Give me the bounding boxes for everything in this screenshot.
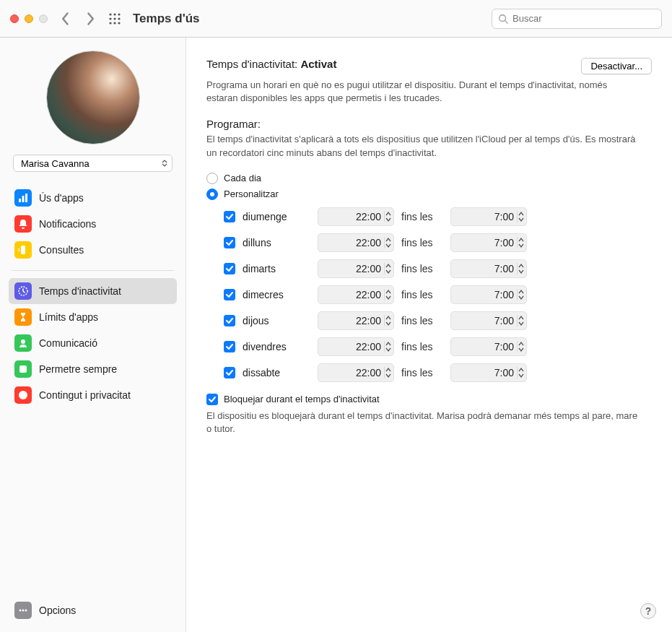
time-from-value: 22:00 bbox=[324, 289, 384, 300]
day-row: dissabte22:00fins les7:00 bbox=[224, 363, 652, 382]
day-checkbox[interactable] bbox=[224, 211, 235, 222]
sidebar-item[interactable]: Contingut i privacitat bbox=[9, 382, 177, 408]
day-label: dissabte bbox=[243, 367, 310, 378]
time-to-field[interactable]: 7:00 bbox=[450, 337, 527, 356]
time-from-field[interactable]: 22:00 bbox=[318, 233, 394, 252]
main-content: Temps d'inactivitat: Activat Desactivar.… bbox=[186, 38, 672, 632]
sidebar-item[interactable]: Límits d'apps bbox=[9, 304, 177, 330]
close-window-button[interactable] bbox=[10, 14, 19, 23]
time-separator: fins les bbox=[401, 237, 443, 248]
stepper[interactable] bbox=[384, 367, 392, 378]
day-row: dimarts22:00fins les7:00 bbox=[224, 259, 652, 278]
forward-button[interactable] bbox=[85, 12, 95, 26]
day-checkbox[interactable] bbox=[224, 341, 235, 352]
stepper[interactable] bbox=[384, 211, 392, 222]
stepper[interactable] bbox=[517, 315, 525, 326]
time-from-value: 22:00 bbox=[324, 211, 384, 222]
sidebar-item-label: Consultes bbox=[39, 244, 84, 256]
search-field[interactable] bbox=[492, 9, 662, 29]
block-checkbox[interactable] bbox=[206, 394, 218, 405]
schedule-description: El temps d'inactivitat s'aplicarà a tots… bbox=[206, 133, 640, 159]
time-to-value: 7:00 bbox=[457, 315, 517, 326]
sidebar-item[interactable]: Ús d'apps bbox=[9, 185, 177, 211]
sidebar-item[interactable]: Notificacions bbox=[9, 211, 177, 237]
sidebar-item[interactable]: Temps d'inactivitat bbox=[9, 278, 177, 304]
time-from-value: 22:00 bbox=[324, 263, 384, 274]
search-input[interactable] bbox=[512, 13, 655, 24]
time-from-field[interactable]: 22:00 bbox=[318, 337, 394, 356]
stepper[interactable] bbox=[517, 211, 525, 222]
time-to-field[interactable]: 7:00 bbox=[450, 285, 527, 304]
svg-point-8 bbox=[118, 22, 120, 24]
stepper[interactable] bbox=[517, 237, 525, 248]
pickup-icon bbox=[14, 241, 32, 259]
svg-point-21 bbox=[22, 610, 25, 612]
time-from-field[interactable]: 22:00 bbox=[318, 259, 394, 278]
time-separator: fins les bbox=[401, 289, 443, 300]
sidebar-item[interactable]: Permetre sempre bbox=[9, 356, 177, 382]
time-from-field[interactable]: 22:00 bbox=[318, 207, 394, 226]
content-icon bbox=[14, 386, 32, 404]
window-title: Temps d'ús bbox=[133, 12, 492, 26]
day-checkbox[interactable] bbox=[224, 237, 235, 248]
svg-rect-13 bbox=[25, 194, 27, 202]
stepper[interactable] bbox=[384, 315, 392, 326]
day-checkbox[interactable] bbox=[224, 263, 235, 274]
time-from-field[interactable]: 22:00 bbox=[318, 311, 394, 330]
user-select[interactable]: Marisa Cavanna bbox=[13, 155, 173, 172]
disable-button[interactable]: Desactivar... bbox=[581, 58, 652, 74]
page-heading: Temps d'inactivitat: Activat bbox=[206, 58, 336, 70]
time-from-field[interactable]: 22:00 bbox=[318, 285, 394, 304]
stepper[interactable] bbox=[384, 289, 392, 300]
stepper[interactable] bbox=[517, 341, 525, 352]
show-all-prefs-button[interactable] bbox=[108, 12, 121, 25]
sidebar-item-label: Límits d'apps bbox=[39, 311, 98, 323]
schedule-title: Programar: bbox=[206, 118, 652, 130]
stepper[interactable] bbox=[384, 237, 392, 248]
maximize-window-button[interactable] bbox=[39, 14, 48, 23]
stepper[interactable] bbox=[517, 367, 525, 378]
time-to-field[interactable]: 7:00 bbox=[450, 207, 527, 226]
stepper[interactable] bbox=[517, 263, 525, 274]
sidebar-item-label: Contingut i privacitat bbox=[39, 389, 131, 401]
day-checkbox[interactable] bbox=[224, 289, 235, 300]
day-row: dijous22:00fins les7:00 bbox=[224, 311, 652, 330]
day-row: dilluns22:00fins les7:00 bbox=[224, 233, 652, 252]
day-checkbox[interactable] bbox=[224, 315, 235, 326]
help-button[interactable]: ? bbox=[640, 603, 656, 619]
day-label: dilluns bbox=[243, 237, 310, 248]
time-to-field[interactable]: 7:00 bbox=[450, 363, 527, 382]
sidebar-item[interactable]: Comunicació bbox=[9, 330, 177, 356]
downtime-icon bbox=[14, 282, 32, 300]
back-button[interactable] bbox=[61, 12, 71, 26]
stepper[interactable] bbox=[517, 289, 525, 300]
svg-rect-11 bbox=[19, 199, 21, 202]
svg-rect-14 bbox=[21, 246, 25, 254]
user-avatar bbox=[46, 51, 140, 144]
stepper[interactable] bbox=[384, 341, 392, 352]
sidebar-item-label: Comunicació bbox=[39, 337, 97, 349]
radio-every-day[interactable] bbox=[206, 173, 218, 184]
time-to-field[interactable]: 7:00 bbox=[450, 233, 527, 252]
time-separator: fins les bbox=[401, 263, 443, 274]
limits-icon bbox=[14, 308, 32, 326]
sidebar-item-options[interactable]: Opcions bbox=[9, 597, 177, 623]
radio-custom[interactable] bbox=[206, 189, 218, 200]
minimize-window-button[interactable] bbox=[25, 14, 33, 23]
sidebar-item[interactable]: Consultes bbox=[9, 237, 177, 263]
time-from-field[interactable]: 22:00 bbox=[318, 363, 394, 382]
time-separator: fins les bbox=[401, 211, 443, 222]
time-to-field[interactable]: 7:00 bbox=[450, 311, 527, 330]
time-to-value: 7:00 bbox=[457, 263, 517, 274]
time-to-value: 7:00 bbox=[457, 211, 517, 222]
stepper[interactable] bbox=[384, 263, 392, 274]
time-to-value: 7:00 bbox=[457, 289, 517, 300]
day-label: diumenge bbox=[243, 211, 310, 222]
time-to-field[interactable]: 7:00 bbox=[450, 259, 527, 278]
allow-icon bbox=[14, 360, 32, 378]
svg-point-2 bbox=[118, 13, 120, 15]
day-checkbox[interactable] bbox=[224, 367, 235, 378]
window-controls bbox=[10, 14, 48, 23]
heading-description: Programa un horari en què no es pugui ut… bbox=[206, 79, 640, 105]
day-label: dimecres bbox=[243, 289, 310, 300]
